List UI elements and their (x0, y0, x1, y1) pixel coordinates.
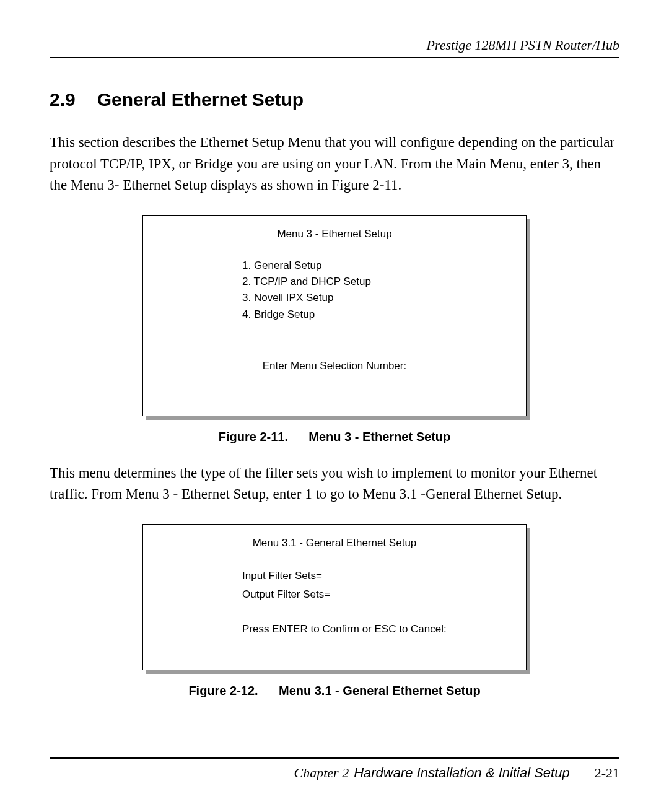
menu3-prompt: Enter Menu Selection Number: (162, 360, 507, 372)
figure-2-caption: Figure 2-12. Menu 3.1 - General Ethernet… (50, 684, 619, 698)
menu31-fields: Input Filter Sets= Output Filter Sets= (242, 567, 507, 605)
menu3-screen: Menu 3 - Ethernet Setup 1. General Setup… (142, 215, 527, 416)
menu31-output-filter: Output Filter Sets= (242, 585, 507, 605)
running-header: Prestige 128MH PSTN Router/Hub (50, 37, 619, 58)
section-title: General Ethernet Setup (97, 89, 304, 110)
menu3-title: Menu 3 - Ethernet Setup (162, 228, 507, 240)
footer-page-number: 2-21 (595, 765, 619, 781)
footer-chapter-title: Hardware Installation & Initial Setup (354, 765, 570, 781)
menu3-item-1: 1. General Setup (242, 258, 507, 274)
menu31-prompt: Press ENTER to Confirm or ESC to Cancel: (242, 623, 507, 635)
section-number: 2.9 (50, 89, 76, 110)
menu3-item-4: 4. Bridge Setup (242, 307, 507, 323)
menu31-input-filter: Input Filter Sets= (242, 567, 507, 586)
paragraph-2: This menu determines the type of the fil… (50, 463, 619, 505)
section-heading: 2.9General Ethernet Setup (50, 89, 619, 110)
figure-1-caption: Figure 2-11. Menu 3 - Ethernet Setup (50, 430, 619, 444)
menu3-item-3: 3. Novell IPX Setup (242, 290, 507, 306)
page-footer: Chapter 2 Hardware Installation & Initia… (50, 757, 619, 781)
paragraph-1: This section describes the Ethernet Setu… (50, 132, 619, 196)
menu3-items: 1. General Setup 2. TCP/IP and DHCP Setu… (242, 258, 507, 323)
figure-2: Menu 3.1 - General Ethernet Setup Input … (50, 524, 619, 698)
footer-chapter: Chapter 2 Hardware Installation & Initia… (294, 765, 570, 781)
menu31-title: Menu 3.1 - General Ethernet Setup (162, 537, 507, 549)
document-page: Prestige 128MH PSTN Router/Hub 2.9Genera… (0, 0, 669, 812)
footer-chapter-label: Chapter 2 (294, 765, 349, 781)
menu31-screen: Menu 3.1 - General Ethernet Setup Input … (142, 524, 527, 670)
figure-1: Menu 3 - Ethernet Setup 1. General Setup… (50, 215, 619, 444)
menu3-item-2: 2. TCP/IP and DHCP Setup (242, 274, 507, 290)
